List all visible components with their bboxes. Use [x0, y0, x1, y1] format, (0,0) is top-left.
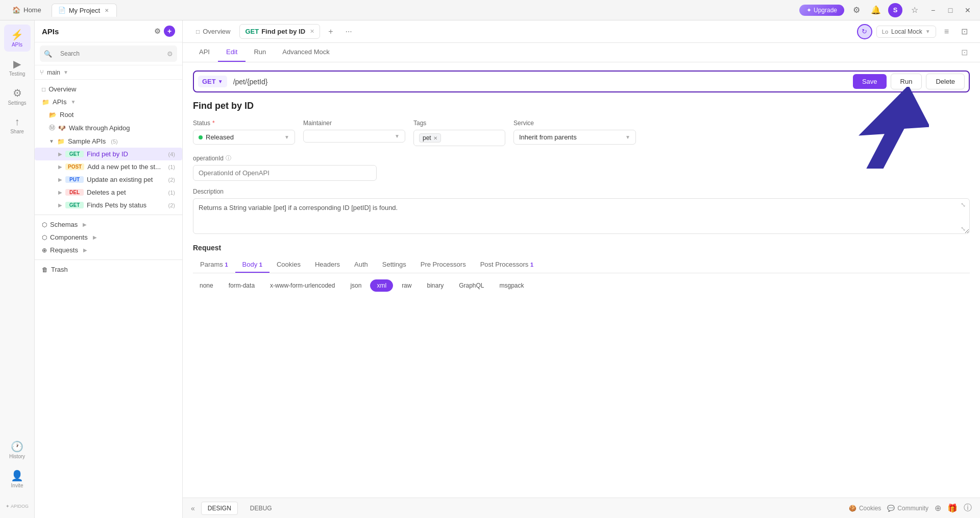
body-type-raw[interactable]: raw: [395, 279, 418, 292]
service-select[interactable]: Inherit from parents ▼: [513, 130, 636, 145]
req-tab-post-processors[interactable]: Post Processors 1: [473, 257, 541, 273]
nav-item-walk[interactable]: Ⓜ 🐶 Walk through Apidog: [35, 121, 182, 135]
expand-textarea-icon[interactable]: ⤡: [961, 201, 966, 208]
body-type-x-www[interactable]: x-www-form-urlencoded: [263, 279, 341, 292]
menu-icon[interactable]: ≡: [940, 25, 953, 38]
cookies-link[interactable]: 🍪 Cookies: [849, 505, 881, 512]
mock-selector[interactable]: Lo Local Mock ▼: [876, 26, 936, 38]
req-tab-settings[interactable]: Settings: [375, 257, 413, 273]
upgrade-button[interactable]: ✦ Upgrade: [799, 5, 844, 16]
window-close-button[interactable]: ✕: [962, 4, 974, 16]
req-tab-params[interactable]: Params 1: [193, 257, 235, 273]
sidebar-item-share[interactable]: ↑ Share: [4, 112, 31, 138]
nav-item-trash[interactable]: 🗑 Trash: [35, 263, 182, 276]
tab-close-icon[interactable]: ✕: [310, 28, 314, 35]
tab-advanced-mock[interactable]: Advanced Mock: [274, 43, 338, 62]
get-badge-find-pet: GET: [65, 151, 84, 157]
save-button[interactable]: Save: [853, 74, 887, 89]
filter-icon[interactable]: ⚙: [167, 50, 173, 58]
sample-count: (5): [111, 138, 117, 145]
sidebar-item-settings[interactable]: ⚙ Settings: [4, 83, 31, 110]
body-type-xml[interactable]: xml: [370, 279, 393, 292]
add-tab-button[interactable]: +: [324, 25, 337, 38]
nav-header: APIs ⚙ +: [35, 20, 182, 42]
requests-chevron: ▶: [83, 247, 87, 253]
split-view-icon[interactable]: ⊡: [957, 25, 972, 38]
info-icon[interactable]: ⓘ: [964, 503, 972, 513]
body-type-graphql[interactable]: GraphQL: [452, 279, 491, 292]
get-tab[interactable]: GET Find pet by ID ✕: [239, 24, 320, 39]
avatar[interactable]: S: [888, 3, 902, 17]
req-tab-body[interactable]: Body 1: [235, 257, 270, 273]
bookmark-icon[interactable]: ☆: [908, 3, 922, 17]
req-tab-pre-processors[interactable]: Pre Processors: [413, 257, 473, 273]
project-tab[interactable]: 📄 My Project ✕: [52, 4, 117, 17]
req-tab-cookies[interactable]: Cookies: [270, 257, 308, 273]
body-type-msgpack[interactable]: msgpack: [493, 279, 531, 292]
body-type-binary[interactable]: binary: [420, 279, 450, 292]
sidebar-item-invite[interactable]: 👤 Invite: [4, 465, 31, 492]
tag-remove-icon[interactable]: ✕: [433, 135, 437, 141]
operation-id-input[interactable]: [193, 165, 377, 181]
body-type-none[interactable]: none: [193, 279, 220, 292]
body-type-json[interactable]: json: [344, 279, 368, 292]
nav-item-sample[interactable]: ▼ 📁 Sample APIs (5): [35, 135, 182, 148]
debug-tab[interactable]: DEBUG: [244, 502, 278, 514]
nav-item-delete-pet[interactable]: ▶ DEL Deletes a pet (1): [35, 186, 182, 199]
tab-edit[interactable]: Edit: [218, 43, 246, 62]
req-tab-auth[interactable]: Auth: [347, 257, 375, 273]
tag-value: pet: [423, 134, 431, 142]
branch-icon: ⑂: [40, 68, 44, 76]
more-options-button[interactable]: ···: [341, 25, 356, 38]
nav-item-add-pet[interactable]: ▶ POST Add a new pet to the st... (1): [35, 160, 182, 173]
nav-item-overview[interactable]: □ Overview: [35, 83, 182, 96]
nav-item-schemas[interactable]: ⬡ Schemas ▶: [35, 218, 182, 231]
testing-icon: ▶: [13, 58, 21, 70]
nav-add-icon[interactable]: +: [164, 26, 175, 37]
sidebar-item-apis[interactable]: ⚡ APIs: [4, 25, 31, 52]
method-selector[interactable]: GET ▼: [198, 76, 227, 87]
params-badge: 1: [225, 262, 228, 268]
maintainer-select[interactable]: ▼: [303, 130, 405, 143]
nav-filter-icon[interactable]: ⚙: [154, 27, 161, 35]
nav-item-find-pet[interactable]: ▶ GET Find pet by ID (4): [35, 148, 182, 160]
nav-item-find-status[interactable]: ▶ GET Finds Pets by status (2): [35, 199, 182, 211]
window-maximize-button[interactable]: □: [944, 4, 957, 16]
expand-icon[interactable]: ⊡: [957, 44, 972, 60]
tab-api[interactable]: API: [191, 43, 218, 62]
main-layout: ⚡ APIs ▶ Testing ⚙ Settings ↑ Share 🕐 Hi…: [0, 20, 980, 518]
nav-prev-button[interactable]: «: [191, 504, 195, 512]
sidebar-item-testing[interactable]: ▶ Testing: [4, 54, 31, 81]
status-required: *: [212, 120, 215, 127]
sync-icon[interactable]: ↻: [857, 24, 872, 39]
req-tab-headers[interactable]: Headers: [308, 257, 347, 273]
run-button[interactable]: Run: [891, 74, 922, 89]
nav-item-components[interactable]: ⬡ Components ▶: [35, 231, 182, 244]
settings-icon[interactable]: ⚙: [849, 3, 864, 17]
bell-icon[interactable]: 🔔: [869, 3, 883, 17]
description-textarea[interactable]: Returns a String variable [pet] if a cor…: [193, 198, 970, 234]
delete-button[interactable]: Delete: [926, 74, 965, 89]
body-type-form-data[interactable]: form-data: [222, 279, 261, 292]
find-status-count: (2): [168, 202, 175, 208]
nav-item-update-pet[interactable]: ▶ PUT Update an existing pet (2): [35, 173, 182, 186]
community-link[interactable]: 💬 Community: [887, 505, 928, 512]
help-icon[interactable]: ⊕: [935, 503, 941, 513]
branch-selector[interactable]: ⑂ main ▼: [35, 65, 182, 80]
tags-input[interactable]: pet ✕: [413, 130, 505, 146]
search-input[interactable]: [55, 48, 164, 60]
sidebar-item-history[interactable]: 🕐 History: [4, 436, 31, 463]
window-minimize-button[interactable]: −: [927, 4, 939, 16]
tab-run[interactable]: Run: [246, 43, 274, 62]
nav-item-apis[interactable]: 📁 APIs ▼: [35, 96, 182, 108]
close-icon[interactable]: ✕: [103, 7, 110, 14]
overview-tab-button[interactable]: □ Overview: [191, 25, 235, 38]
nav-item-requests[interactable]: ⊕ Requests ▶: [35, 244, 182, 256]
gift-icon[interactable]: 🎁: [947, 503, 958, 513]
nav-item-root[interactable]: 📂 Root: [35, 108, 182, 121]
home-tab[interactable]: 🏠 Home: [6, 4, 47, 16]
url-input[interactable]: [231, 76, 849, 88]
operation-id-help-icon[interactable]: ⓘ: [226, 154, 231, 162]
status-select[interactable]: Released ▼: [193, 130, 295, 145]
design-tab[interactable]: DESIGN: [201, 502, 238, 515]
